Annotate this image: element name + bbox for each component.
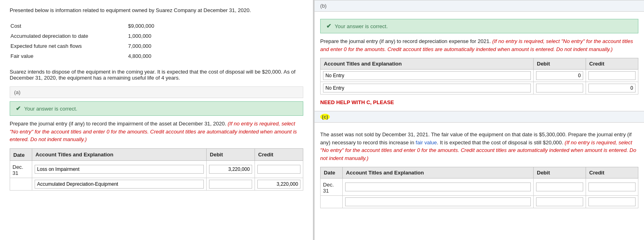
journal-row-c2 (321, 196, 638, 208)
journal-row-2a (10, 178, 303, 190)
account-input-b2[interactable] (323, 84, 531, 92)
journal-row-b2 (321, 82, 638, 94)
data-row: Expected future net cash flows 7,000,000 (10, 41, 302, 51)
account-cell-b2[interactable] (321, 82, 534, 94)
col-account-c: Account Titles and Explanation (343, 167, 534, 178)
col-credit-c: Credit (586, 167, 638, 178)
credit-input-a2[interactable] (257, 180, 300, 189)
date-cell-a2 (10, 178, 32, 190)
section-a-label: (a) (14, 89, 21, 95)
date-cell-c2 (321, 196, 343, 208)
data-row: Fair value 4,800,000 (10, 51, 302, 61)
future-cash-label: Expected future net cash flows (10, 41, 115, 51)
cost-label: Cost (10, 21, 115, 31)
correct-banner-b: ✔ Your answer is correct. (320, 19, 638, 33)
instruction-a: Prepare the journal entry (if any) to re… (10, 120, 303, 144)
account-input-c2[interactable] (345, 197, 531, 206)
credit-cell-c1[interactable] (586, 178, 638, 196)
credit-cell-a1[interactable] (255, 160, 303, 178)
future-cash-value: 7,000,000 (116, 41, 302, 51)
debit-cell-b1[interactable] (534, 70, 586, 82)
section-c-highlight: (c) (320, 114, 330, 120)
journal-row-b1 (321, 70, 638, 82)
instruction-c: The asset was not sold by December 31, 2… (320, 131, 638, 162)
accum-dep-label: Accumulated depreciation to date (10, 31, 115, 41)
account-input-a2[interactable] (35, 180, 204, 189)
debit-input-c1[interactable] (536, 183, 583, 191)
section-c-header: (c) (315, 111, 644, 123)
account-cell-c1[interactable] (343, 178, 534, 196)
credit-cell-b2[interactable] (586, 82, 638, 94)
account-cell-c2[interactable] (343, 196, 534, 208)
check-icon: ✔ (16, 105, 21, 112)
col-date-c: Date (321, 167, 343, 178)
credit-cell-a2[interactable] (255, 178, 303, 190)
journal-table-a: Date Account Titles and Explanation Debi… (10, 148, 303, 191)
credit-input-b1[interactable] (588, 71, 636, 80)
credit-input-a1[interactable] (257, 165, 300, 174)
credit-input-c2[interactable] (588, 197, 636, 206)
date-cell-c1: Dec. 31 (321, 178, 343, 196)
debit-input-a1[interactable] (209, 165, 252, 174)
col-credit-b: Credit (586, 58, 638, 70)
section-b-label: (b) (320, 3, 327, 9)
account-cell-a1[interactable] (32, 160, 207, 178)
journal-table-c: Date Account Titles and Explanation Debi… (320, 167, 638, 208)
account-input-c1[interactable] (345, 183, 531, 191)
correct-text-b: Your answer is correct. (335, 23, 388, 29)
journal-row-1a: Dec. 31 (10, 160, 303, 178)
section-c-content: The asset was not sold by December 31, 2… (315, 123, 644, 212)
debit-cell-c2[interactable] (534, 196, 586, 208)
cost-value: $9,000,000 (116, 21, 302, 31)
account-input-a1[interactable] (35, 165, 204, 174)
credit-input-c1[interactable] (588, 183, 636, 191)
credit-input-b2[interactable] (588, 84, 636, 92)
need-help-text: NEED HELP WITH C, PLEASE (320, 99, 638, 105)
credit-cell-c2[interactable] (586, 196, 638, 208)
instruction-b: Prepare the journal entry (if any) to re… (320, 37, 638, 53)
debit-input-b2[interactable] (536, 84, 583, 92)
col-date-a: Date (10, 148, 32, 160)
journal-table-b: Account Titles and Explanation Debit Cre… (320, 58, 638, 94)
accum-dep-value: 1,000,000 (116, 31, 302, 41)
section-b-content: ✔ Your answer is correct. Prepare the jo… (315, 12, 644, 111)
col-credit-a: Credit (255, 148, 303, 160)
right-panel: (b) ✔ Your answer is correct. Prepare th… (315, 0, 644, 240)
account-cell-b1[interactable] (321, 70, 534, 82)
debit-cell-b2[interactable] (534, 82, 586, 94)
debit-input-b1[interactable] (536, 71, 583, 80)
col-account-a: Account Titles and Explanation (32, 148, 207, 160)
account-cell-a2[interactable] (32, 178, 207, 190)
account-input-b1[interactable] (323, 71, 531, 80)
debit-cell-c1[interactable] (534, 178, 586, 196)
middle-text: Suarez intends to dispose of the equipme… (10, 69, 303, 81)
col-account-b: Account Titles and Explanation (321, 58, 534, 70)
data-row: Cost $9,000,000 (10, 21, 302, 31)
financial-data-table: Cost $9,000,000 Accumulated depreciation… (10, 21, 303, 62)
debit-cell-a2[interactable] (207, 178, 255, 190)
section-a: (a) ✔ Your answer is correct. Prepare th… (10, 86, 303, 191)
debit-cell-a1[interactable] (207, 160, 255, 178)
intro-text: Presented below is information related t… (10, 7, 303, 13)
instruction-black-b: Prepare the journal entry (if any) to re… (320, 38, 492, 44)
journal-row-c1: Dec. 31 (321, 178, 638, 196)
fair-value-label: Fair value (10, 51, 115, 61)
instruction-black-a: Prepare the journal entry (if any) to re… (10, 121, 228, 127)
credit-cell-b1[interactable] (586, 70, 638, 82)
check-icon-b: ✔ (326, 23, 331, 30)
correct-text-a: Your answer is correct. (24, 106, 77, 112)
instruction-black-c2: . It is expected that the cost of dispos… (437, 139, 565, 146)
instruction-blue-c: fair value (416, 139, 437, 146)
correct-banner-a: ✔ Your answer is correct. (10, 101, 303, 116)
col-debit-b: Debit (534, 58, 586, 70)
section-b-header: (b) (315, 0, 644, 12)
data-row: Accumulated depreciation to date 1,000,0… (10, 31, 302, 41)
debit-input-c2[interactable] (536, 197, 583, 206)
fair-value-value: 4,800,000 (116, 51, 302, 61)
col-debit-c: Debit (534, 167, 586, 178)
col-debit-a: Debit (207, 148, 255, 160)
section-a-header: (a) (10, 86, 303, 98)
date-cell-a1: Dec. 31 (10, 160, 32, 178)
debit-input-a2[interactable] (209, 180, 252, 189)
